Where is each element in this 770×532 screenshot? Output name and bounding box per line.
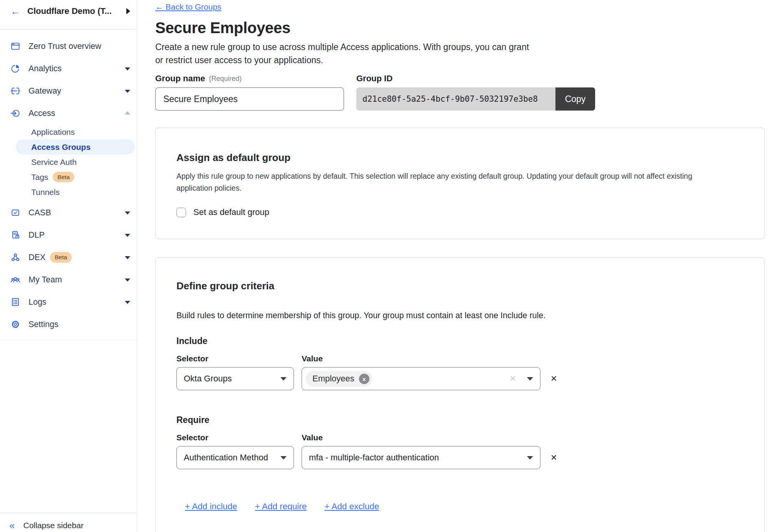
include-heading: Include xyxy=(176,336,743,346)
chevron-down-icon[interactable] xyxy=(125,234,130,237)
collapse-sidebar-label: Collapse sidebar xyxy=(23,521,83,530)
network-nodes-icon xyxy=(10,252,20,262)
sidebar-item-dlp[interactable]: DLP xyxy=(0,224,137,246)
require-rule-row: Authentication Method mfa - multiple-fac… xyxy=(176,446,743,469)
selected-option: Okta Groups xyxy=(184,374,232,384)
gateway-icon xyxy=(10,86,20,96)
chip-remove-icon[interactable]: x xyxy=(359,374,369,384)
sidebar-item-access-groups[interactable]: Access Groups xyxy=(16,139,135,154)
value-label: Value xyxy=(302,354,323,363)
sidebar-item-service-auth[interactable]: Service Auth xyxy=(0,154,137,170)
value-chip: Employees x xyxy=(306,371,372,387)
casb-check-icon xyxy=(10,208,20,218)
selector-label: Selector xyxy=(176,354,294,363)
nav-divider xyxy=(0,340,137,340)
users-icon xyxy=(10,275,20,285)
card-description: Build rules to determine membership of t… xyxy=(176,311,743,321)
include-value-multiselect[interactable]: Employees x ✕ xyxy=(302,367,540,390)
sidebar: ← Cloudflare Demo (T... Zero Trust overv… xyxy=(0,0,137,532)
chevron-down-icon[interactable] xyxy=(125,67,130,70)
sidebar-item-tunnels[interactable]: Tunnels xyxy=(0,185,137,200)
chevron-down-icon[interactable] xyxy=(125,211,130,215)
chevron-down-icon xyxy=(280,456,287,460)
beta-badge: Beta xyxy=(53,172,74,183)
sidebar-item-label: DLP xyxy=(29,230,45,240)
sidebar-subitem-label: Tunnels xyxy=(31,188,60,197)
group-name-label: Group name xyxy=(155,74,205,84)
sidebar-item-my-team[interactable]: My Team xyxy=(0,269,137,291)
chevron-down-icon[interactable] xyxy=(125,279,130,282)
collapse-sidebar-button[interactable]: « Collapse sidebar xyxy=(0,513,137,532)
chip-label: Employees xyxy=(312,374,354,384)
copy-button[interactable]: Copy xyxy=(555,87,595,111)
require-selector-dropdown[interactable]: Authentication Method xyxy=(176,446,294,469)
checkbox-label: Set as default group xyxy=(193,207,269,217)
add-include-link[interactable]: + Add include xyxy=(185,502,237,512)
sidebar-item-gateway[interactable]: Gateway xyxy=(0,80,137,102)
set-default-group-row[interactable]: Set as default group xyxy=(176,207,743,217)
clear-value-icon[interactable]: ✕ xyxy=(509,374,516,383)
group-id-label: Group ID xyxy=(356,74,393,84)
sidebar-subitem-label: Access Groups xyxy=(31,143,91,152)
sidebar-item-label: Analytics xyxy=(29,64,62,74)
chevron-down-icon[interactable] xyxy=(125,256,130,259)
double-chevron-left-icon: « xyxy=(9,520,15,530)
app-window-icon xyxy=(10,41,20,51)
sidebar-item-analytics[interactable]: Analytics xyxy=(0,57,137,80)
sidebar-item-label: Zero Trust overview xyxy=(29,42,101,51)
gear-icon xyxy=(10,319,20,329)
chevron-down-icon[interactable] xyxy=(125,90,130,93)
sidebar-item-applications[interactable]: Applications xyxy=(0,124,137,139)
sidebar-item-logs[interactable]: Logs xyxy=(0,291,137,313)
back-to-groups-link[interactable]: ← Back to Groups xyxy=(155,2,221,12)
document-lock-icon xyxy=(10,230,20,240)
sidebar-item-casb[interactable]: CASB xyxy=(0,201,137,224)
list-document-icon xyxy=(10,297,20,307)
arrow-left-icon[interactable]: ← xyxy=(10,6,20,16)
sidebar-subitem-label: Tags xyxy=(31,173,48,182)
sidebar-item-label: My Team xyxy=(29,275,62,285)
add-exclude-link[interactable]: + Add exclude xyxy=(324,502,379,512)
chevron-down-icon[interactable] xyxy=(125,301,130,304)
sidebar-item-zero-trust-overview[interactable]: Zero Trust overview xyxy=(0,35,137,57)
remove-include-rule-icon[interactable]: ✕ xyxy=(550,374,557,383)
selected-option: mfa - multiple-factor authentication xyxy=(309,453,439,463)
page-title: Secure Employees xyxy=(155,19,770,37)
sidebar-item-dex[interactable]: DEX Beta xyxy=(0,246,137,269)
default-group-checkbox[interactable] xyxy=(176,208,186,217)
group-id-field: d21ce80f-5a25-4bcf-9b07-5032197e3be8 Cop… xyxy=(356,87,595,111)
sidebar-subitem-label: Applications xyxy=(31,128,75,137)
card-title: Define group criteria xyxy=(176,279,743,292)
main-content: ← Back to Groups Secure Employees Create… xyxy=(137,0,770,532)
sidebar-item-label: Gateway xyxy=(29,86,61,96)
group-id-value: d21ce80f-5a25-4bcf-9b07-5032197e3be8 xyxy=(356,87,555,111)
include-selector-dropdown[interactable]: Okta Groups xyxy=(176,367,294,390)
access-arrow-icon xyxy=(10,108,20,118)
assign-default-group-card: Assign as default group Apply this rule … xyxy=(155,128,765,239)
require-value-dropdown[interactable]: mfa - multiple-factor authentication xyxy=(302,446,540,469)
sidebar-nav: Zero Trust overview Analytics Gateway Ac… xyxy=(0,30,137,513)
chevron-down-icon xyxy=(527,456,533,460)
chevron-up-icon[interactable] xyxy=(125,111,130,114)
required-hint: (Required) xyxy=(209,75,242,83)
define-group-criteria-card: Define group criteria Build rules to det… xyxy=(155,257,765,532)
sidebar-item-label: Settings xyxy=(29,320,59,329)
require-heading: Require xyxy=(176,415,743,425)
add-require-link[interactable]: + Add require xyxy=(255,502,307,512)
pie-chart-icon xyxy=(10,64,20,74)
sidebar-item-access[interactable]: Access xyxy=(0,102,137,124)
chevron-right-icon[interactable] xyxy=(126,8,130,14)
sidebar-item-label: CASB xyxy=(29,208,51,218)
include-rule-row: Okta Groups Employees x ✕ ✕ xyxy=(176,367,743,390)
sidebar-item-label: DEX xyxy=(29,253,45,262)
chevron-down-icon xyxy=(280,377,287,381)
sidebar-item-tags[interactable]: Tags Beta xyxy=(0,170,137,185)
sidebar-item-settings[interactable]: Settings xyxy=(0,313,137,336)
rule-actions: + Add include + Add require + Add exclud… xyxy=(185,502,743,512)
sidebar-item-label: Logs xyxy=(29,297,47,307)
selector-label: Selector xyxy=(176,433,294,442)
remove-require-rule-icon[interactable]: ✕ xyxy=(550,453,557,462)
group-name-input[interactable] xyxy=(155,87,344,111)
account-name[interactable]: Cloudflare Demo (T... xyxy=(27,6,112,16)
card-title: Assign as default group xyxy=(176,151,743,164)
